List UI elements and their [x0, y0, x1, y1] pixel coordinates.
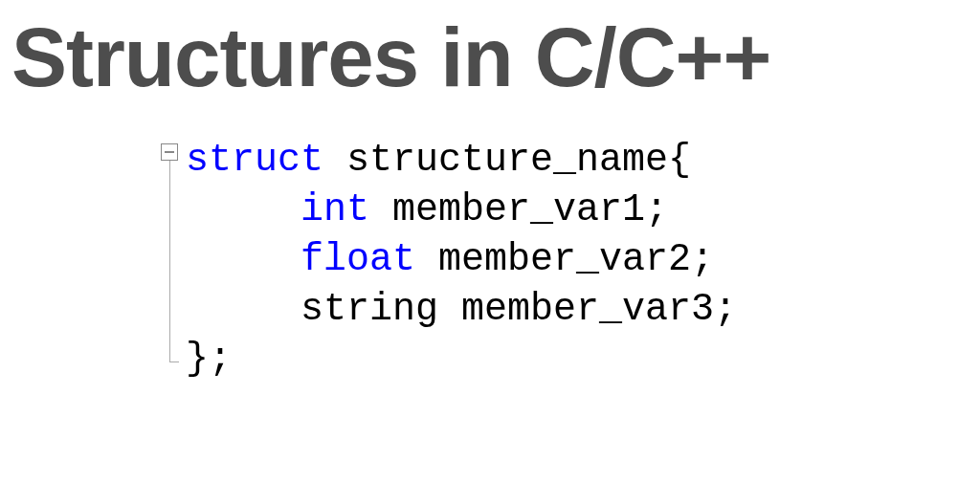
member3-text: string member_var3; [186, 288, 737, 331]
code-line-4: string member_var3; [163, 285, 980, 335]
fold-guide-line [169, 161, 170, 362]
fold-guide-end [169, 362, 179, 362]
code-block: struct structure_name{ int member_var1; … [163, 136, 980, 384]
keyword-int: int [301, 188, 369, 231]
code-line-5: }; [163, 335, 980, 384]
struct-name-text: structure_name{ [323, 139, 691, 182]
code-line-2: int member_var1; [163, 186, 980, 235]
member2-text: member_var2; [415, 238, 714, 281]
fold-collapse-icon[interactable] [161, 143, 178, 161]
keyword-float: float [301, 238, 415, 281]
page-title: Structures in C/C++ [0, 0, 980, 105]
keyword-struct: struct [186, 139, 323, 182]
indent [186, 188, 301, 231]
closing-brace: }; [186, 338, 232, 381]
indent [186, 238, 301, 281]
code-line-1: struct structure_name{ [163, 136, 980, 186]
member1-text: member_var1; [369, 188, 668, 231]
code-line-3: float member_var2; [163, 235, 980, 285]
